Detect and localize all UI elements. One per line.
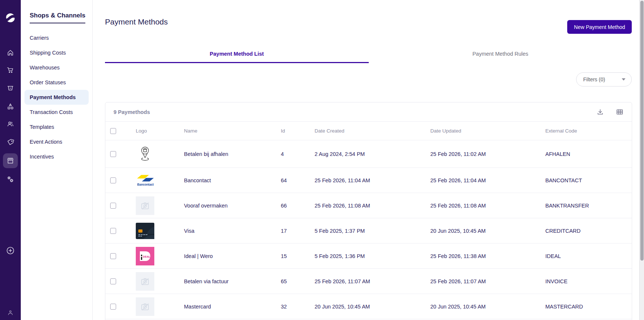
settings-icon[interactable]	[3, 172, 18, 187]
account-icon[interactable]	[3, 305, 18, 320]
table-row[interactable]: Betalen via factuur6525 Feb 2026, 11:07 …	[105, 269, 632, 294]
missing-image-placeholder	[136, 196, 154, 215]
sidebar-item-shipping-costs[interactable]: Shipping Costs	[21, 45, 92, 60]
cell-logo	[128, 297, 177, 316]
sidebar-item-order-statuses[interactable]: Order Statuses	[21, 75, 92, 90]
column-header-external-code: External Code	[538, 128, 632, 134]
cell-id: 66	[273, 203, 307, 209]
card-header: 9 Paymethods	[105, 102, 632, 122]
table-row[interactable]: Visa175 Feb 2025, 1:37 PM20 Jun 2025, 10…	[105, 218, 632, 244]
sidebar-item-templates[interactable]: Templates	[21, 120, 92, 134]
table-row[interactable]: Vooraf overmaken6625 Feb 2026, 11:08 AM2…	[105, 193, 632, 218]
cell-logo	[128, 196, 177, 215]
store-icon[interactable]	[3, 153, 18, 168]
sidebar: Shops & Channels CarriersShipping CostsW…	[21, 0, 93, 320]
scrollbar-thumb[interactable]	[640, 1, 644, 261]
row-checkbox[interactable]	[110, 304, 116, 310]
cell-date-created: 5 Feb 2025, 1:36 PM	[307, 253, 423, 259]
table-row[interactable]: DEALIdeal | Wero155 Feb 2025, 1:36 PM25 …	[105, 244, 632, 269]
cell-id: 65	[273, 278, 307, 284]
cell-date-updated: 20 Jun 2025, 10:45 AM	[423, 304, 538, 310]
tab-payment-method-list[interactable]: Payment Method List	[105, 45, 369, 63]
cell-name: Betalen bij afhalen	[177, 151, 273, 157]
cell-date-created: 25 Feb 2026, 11:07 AM	[307, 278, 423, 284]
missing-image-placeholder	[136, 297, 154, 316]
cell-date-updated: 25 Feb 2026, 11:04 AM	[423, 177, 538, 183]
cell-external-code: MASTERCARD	[538, 304, 632, 310]
row-checkbox[interactable]	[110, 203, 116, 209]
missing-image-placeholder	[136, 272, 154, 291]
cell-date-updated: 25 Feb 2026, 11:02 AM	[423, 151, 538, 157]
page-title: Payment Methods	[105, 17, 168, 26]
cell-external-code: BANKTRANSFER	[538, 203, 632, 209]
cell-external-code: IDEAL	[538, 253, 632, 259]
table-row[interactable]: BancontactBancontact6425 Feb 2026, 11:04…	[105, 168, 632, 193]
tag-icon[interactable]	[3, 135, 18, 150]
icon-rail	[0, 0, 21, 320]
cell-name: Vooraf overmaken	[177, 203, 273, 209]
sidebar-nav-list: CarriersShipping CostsWarehousesOrder St…	[21, 30, 92, 164]
cell-id: 17	[273, 228, 307, 234]
row-checkbox[interactable]	[110, 278, 116, 284]
customers-icon[interactable]	[3, 117, 18, 131]
cell-id: 15	[273, 253, 307, 259]
cell-logo	[128, 145, 177, 163]
table-header-row: LogoNameIdDate CreatedDate UpdatedExtern…	[105, 122, 632, 140]
select-all-checkbox[interactable]	[110, 128, 116, 134]
cell-id: 64	[273, 177, 307, 183]
row-checkbox[interactable]	[110, 151, 116, 157]
ideal-logo: DEAL	[136, 247, 154, 265]
row-checkbox[interactable]	[110, 177, 116, 183]
table-body: Betalen bij afhalen42 Aug 2024, 2:54 PM2…	[105, 140, 632, 319]
column-header-name: Name	[177, 128, 273, 134]
tab-payment-method-rules[interactable]: Payment Method Rules	[369, 45, 632, 63]
cell-date-created: 25 Feb 2026, 11:04 AM	[307, 177, 423, 183]
row-checkbox[interactable]	[110, 228, 116, 234]
table-row[interactable]: Betalen bij afhalen42 Aug 2024, 2:54 PM2…	[105, 140, 632, 168]
brand-logo[interactable]	[3, 10, 18, 25]
pickup-pin-logo	[136, 145, 154, 163]
cell-logo: Bancontact	[128, 174, 177, 186]
cell-date-created: 25 Feb 2026, 11:08 AM	[307, 203, 423, 209]
cell-name: Mastercard	[177, 304, 273, 310]
app-window: Shops & Channels CarriersShipping CostsW…	[0, 0, 644, 320]
cell-external-code: INVOICE	[538, 278, 632, 284]
cell-external-code: BANCONTACT	[538, 177, 632, 183]
column-settings-grid-icon[interactable]	[615, 108, 624, 116]
svg-text:DEAL: DEAL	[143, 255, 151, 258]
cell-external-code: AFHALEN	[538, 151, 632, 157]
products-icon[interactable]	[3, 99, 18, 114]
brand-logo-icon	[4, 12, 17, 24]
sidebar-item-transaction-costs[interactable]: Transaction Costs	[21, 105, 92, 120]
cell-id: 4	[273, 151, 307, 157]
sidebar-item-incentives[interactable]: Incentives	[21, 149, 92, 164]
cell-date-created: 5 Feb 2025, 1:37 PM	[307, 228, 423, 234]
visa-card-logo	[136, 222, 154, 240]
download-icon[interactable]	[596, 108, 604, 116]
paymethods-card: 9 Paymethods LogoNameIdDate CreatedDate …	[105, 102, 632, 320]
cell-date-updated: 25 Feb 2026, 11:08 AM	[423, 203, 538, 209]
add-icon[interactable]	[3, 243, 18, 258]
sidebar-item-warehouses[interactable]: Warehouses	[21, 60, 92, 75]
paymethods-count: 9 Paymethods	[114, 109, 150, 115]
cell-id: 32	[273, 304, 307, 310]
sidebar-item-event-actions[interactable]: Event Actions	[21, 134, 92, 149]
sidebar-item-carriers[interactable]: Carriers	[21, 30, 92, 45]
cell-logo	[128, 222, 177, 240]
new-payment-method-button[interactable]: New Payment Method	[567, 20, 632, 34]
sidebar-item-payment-methods[interactable]: Payment Methods	[24, 90, 89, 105]
cell-date-updated: 25 Feb 2026, 11:38 AM	[423, 253, 538, 259]
cell-logo: DEAL	[128, 247, 177, 265]
column-header-date-updated: Date Updated	[423, 128, 538, 134]
filters-dropdown[interactable]: Filters (0)	[576, 72, 632, 86]
row-checkbox[interactable]	[110, 253, 116, 259]
cell-date-created: 20 Jun 2025, 10:45 AM	[307, 304, 423, 310]
cell-name: Bancontact	[177, 177, 273, 183]
home-icon[interactable]	[3, 45, 18, 60]
bancontact-logo: Bancontact	[136, 174, 155, 186]
cart-icon[interactable]	[3, 63, 18, 78]
table-row[interactable]: Mastercard3220 Jun 2025, 10:45 AM20 Jun …	[105, 294, 632, 319]
orders-icon[interactable]	[3, 81, 18, 95]
cell-name: Betalen via factuur	[177, 278, 273, 284]
cell-external-code: CREDITCARD	[538, 228, 632, 234]
